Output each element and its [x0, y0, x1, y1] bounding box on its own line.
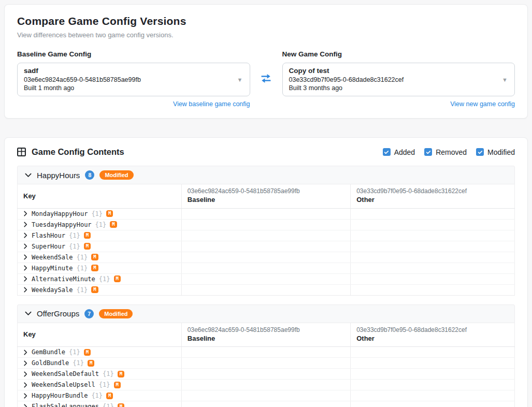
baseline-value-cell [181, 263, 350, 273]
chevron-right-icon[interactable] [23, 254, 28, 260]
chevron-right-icon[interactable] [23, 371, 28, 377]
chevron-right-icon[interactable] [23, 276, 28, 282]
diff-table: Key 03e6ec9824ac659-0-5481b58785ae99fb B… [17, 323, 515, 407]
baseline-version-id: 03e6ec9824ac659-0-5481b58785ae99fb [188, 326, 344, 334]
config-key-row[interactable]: WeekendSaleUpsell {1} M [18, 380, 515, 390]
baseline-config-dropdown[interactable]: sadf 03e6ec9824ac659-0-5481b58785ae99fb … [17, 63, 250, 96]
config-key-row[interactable]: WeekendSaleDefault {1} M [18, 369, 515, 380]
config-key-row[interactable]: MondayHappyHour {1} M [18, 208, 515, 219]
chevron-right-icon[interactable] [23, 222, 28, 227]
new-config-label: New Game Config [282, 50, 515, 58]
checkbox-checked-icon[interactable] [476, 148, 484, 156]
baseline-config-name: sadf [24, 67, 232, 76]
section-title: HappyHours [37, 171, 80, 180]
other-version-id: 03e33cd9b7f0e95-0-68dade8c31622cef [356, 187, 509, 195]
baseline-value-cell [181, 284, 350, 295]
section-count-badge: 8 [85, 170, 94, 180]
page-subtitle: View differences between two game config… [17, 31, 515, 39]
key-name: WeekendSale [32, 254, 73, 261]
config-key-row[interactable]: HappyHourBundle {1} M [18, 390, 515, 401]
other-value-cell [351, 230, 515, 241]
key-name: MondayHappyHour [32, 210, 88, 217]
modified-badge: M [114, 275, 121, 282]
key-name: WeekdaySale [32, 286, 73, 294]
chevron-down-icon [25, 173, 32, 178]
section-header[interactable]: HappyHours 8 Modified [17, 166, 515, 184]
diff-table: Key 03e6ec9824ac659-0-5481b58785ae99fb B… [17, 184, 515, 295]
config-key-row[interactable]: GoldBundle {1} M [18, 358, 515, 369]
chevron-right-icon[interactable] [23, 211, 28, 216]
other-column-header: 03e33cd9b7f0e95-0-68dade8c31622cef Other [351, 323, 515, 347]
modified-badge: M [118, 403, 124, 407]
config-key-row[interactable]: GemBundle {1} M [18, 347, 515, 358]
key-name: TuesdayHappyHour [32, 221, 92, 228]
chevron-down-icon: ▼ [237, 77, 243, 83]
table-icon [17, 148, 26, 156]
baseline-value-cell [181, 219, 350, 230]
key-name: SuperHour [32, 243, 65, 250]
chevron-right-icon[interactable] [23, 360, 28, 366]
baseline-config-built: Built 1 month ago [24, 84, 232, 92]
checkbox-checked-icon[interactable] [424, 148, 432, 156]
swap-horizontal-icon [260, 73, 273, 84]
baseline-selector-group: Baseline Game Config sadf 03e6ec9824ac65… [17, 50, 250, 108]
section-header[interactable]: OfferGroups 7 Modified [17, 304, 515, 323]
config-key-row[interactable]: SuperHour {1} M [18, 241, 515, 252]
sections-container: HappyHours 8 Modified Key 03e6ec9824ac65… [17, 166, 515, 407]
config-key-row[interactable]: FlashSaleLanguages {1} M [18, 401, 515, 407]
chevron-right-icon[interactable] [23, 265, 28, 271]
contents-card: Game Config Contents Added Removed Modif… [4, 137, 528, 407]
other-value-cell [351, 252, 515, 263]
config-key-row[interactable]: WeekdaySale {1} M [18, 284, 515, 295]
chevron-right-icon[interactable] [23, 232, 28, 238]
key-count: {1} [73, 359, 84, 367]
config-section: HappyHours 8 Modified Key 03e6ec9824ac65… [17, 166, 515, 295]
baseline-value-cell [181, 369, 350, 380]
section-status-badge: Modified [99, 170, 133, 180]
filter-checkbox[interactable]: Removed [424, 148, 467, 156]
key-name: WeekendSaleUpsell [32, 381, 95, 388]
key-name: WeekendSaleDefault [32, 370, 99, 377]
key-count: {1} [91, 392, 103, 399]
key-name: FlashHour [32, 232, 65, 239]
modified-badge: M [106, 393, 113, 399]
baseline-value-cell [181, 380, 350, 390]
baseline-column-label: Baseline [188, 196, 344, 204]
chevron-right-icon[interactable] [23, 287, 28, 293]
key-count: {1} [69, 348, 80, 356]
baseline-version-id: 03e6ec9824ac659-0-5481b58785ae99fb [188, 187, 344, 195]
config-key-row[interactable]: TuesdayHappyHour {1} M [18, 219, 515, 230]
chevron-down-icon: ▼ [502, 77, 508, 83]
baseline-value-cell [181, 347, 350, 358]
chevron-right-icon[interactable] [23, 393, 28, 399]
new-config-id: 03e33cd9b7f0e95-0-68dade8c31622cef [289, 76, 497, 84]
chevron-right-icon[interactable] [23, 243, 28, 249]
section-status-badge: Modified [99, 309, 133, 318]
config-key-row[interactable]: FlashHour {1} M [18, 230, 515, 241]
filter-label: Removed [436, 148, 467, 156]
baseline-value-cell [181, 401, 350, 407]
key-name: HappyMinute [32, 265, 73, 272]
modified-badge: M [84, 349, 91, 356]
view-baseline-link[interactable]: View baseline game config [17, 100, 250, 108]
config-key-row[interactable]: WeekendSale {1} M [18, 252, 515, 263]
key-name: HappyHourBundle [32, 392, 88, 399]
filter-checkbox[interactable]: Modified [476, 148, 515, 156]
chevron-right-icon[interactable] [23, 404, 28, 407]
view-new-link[interactable]: View new game config [282, 100, 515, 108]
key-count: {1} [91, 210, 103, 217]
baseline-column-header: 03e6ec9824ac659-0-5481b58785ae99fb Basel… [181, 184, 350, 208]
chevron-right-icon[interactable] [23, 382, 28, 388]
checkbox-checked-icon[interactable] [383, 148, 391, 156]
other-value-cell [351, 263, 515, 273]
baseline-value-cell [181, 252, 350, 263]
new-config-dropdown[interactable]: Copy of test 03e33cd9b7f0e95-0-68dade8c3… [282, 63, 515, 96]
config-key-row[interactable]: AlternativeMinute {1} M [18, 273, 515, 284]
modified-badge: M [110, 221, 117, 228]
filter-checkbox[interactable]: Added [383, 148, 415, 156]
other-column-label: Other [356, 196, 509, 204]
key-count: {1} [76, 286, 88, 294]
new-selector-group: New Game Config Copy of test 03e33cd9b7f… [282, 50, 515, 108]
config-key-row[interactable]: HappyMinute {1} M [18, 263, 515, 273]
chevron-right-icon[interactable] [23, 350, 28, 355]
